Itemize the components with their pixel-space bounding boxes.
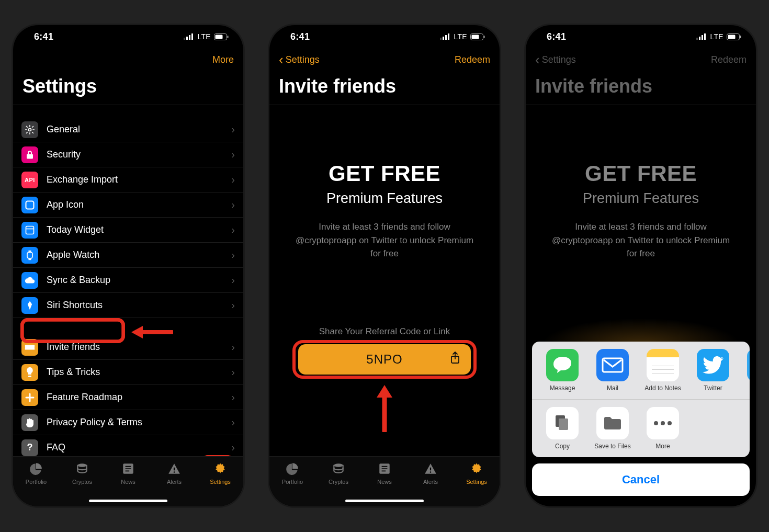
cell-label: Privacy Policy & Terms: [47, 417, 231, 428]
share-action-more[interactable]: More: [638, 407, 688, 450]
tab-news[interactable]: News: [366, 462, 403, 485]
tab-settings[interactable]: Settings: [202, 462, 239, 485]
settings-cell-tips-tricks[interactable]: Tips & Tricks›: [13, 360, 243, 385]
share-app-more-peek[interactable]: [738, 349, 750, 392]
tab-settings[interactable]: Settings: [458, 462, 495, 485]
chevron-right-icon: ›: [231, 391, 235, 403]
chevron-left-icon: ‹: [279, 53, 284, 66]
tab-portfolio[interactable]: Portfolio: [18, 462, 54, 485]
hero-heading: GET FREE: [290, 161, 479, 186]
cell-label: App Icon: [47, 199, 231, 210]
settings-cell-siri-shortcuts[interactable]: Siri Shortcuts›: [13, 293, 243, 318]
tab-portfolio[interactable]: Portfolio: [274, 462, 311, 485]
svg-rect-29: [440, 38, 442, 40]
tab-label: News: [121, 479, 135, 485]
share-app-add-to-notes[interactable]: Add to Notes: [638, 349, 688, 392]
settings-cell-privacy-policy-terms[interactable]: Privacy Policy & Terms›: [13, 410, 243, 435]
hero: GET FREE Premium Features Invite at leas…: [269, 161, 500, 261]
status-network: LTE: [197, 32, 211, 41]
settings-cell-apple-watch[interactable]: Apple Watch›: [13, 243, 243, 268]
redeem-button: Redeem: [711, 54, 747, 65]
svg-rect-52: [728, 35, 736, 39]
pie-icon: [285, 462, 300, 477]
settings-cell-exchange-import[interactable]: APIExchange Import›: [13, 167, 243, 193]
hero-body: Invite at least 3 friends and follow @cr…: [290, 220, 479, 261]
tab-cryptos[interactable]: Cryptos: [320, 462, 357, 485]
chevron-right-icon: ›: [231, 199, 235, 211]
chevron-left-icon: ‹: [535, 53, 540, 66]
stack-icon: [331, 462, 346, 477]
chevron-right-icon: ›: [231, 123, 235, 135]
svg-rect-35: [484, 36, 485, 38]
cell-label: Tips & Tricks: [47, 367, 231, 378]
back-button[interactable]: ‹Settings: [279, 53, 320, 66]
svg-point-57: [654, 421, 658, 425]
nav-bar: ‹Settings Redeem: [526, 48, 756, 71]
cell-label: FAQ: [47, 442, 231, 453]
share-action-label: More: [655, 443, 670, 450]
bulb-icon: [21, 364, 38, 381]
share-app-mail[interactable]: Mail: [587, 349, 638, 392]
svg-point-59: [668, 421, 672, 425]
tab-cryptos[interactable]: Cryptos: [64, 462, 100, 485]
back-button: ‹Settings: [535, 53, 576, 66]
alert-icon: [423, 462, 438, 477]
settings-cell-today-widget[interactable]: Today Widget›: [13, 218, 243, 243]
share-app-label: Message: [550, 384, 575, 392]
status-time: 6:41: [34, 31, 53, 42]
svg-marker-15: [28, 301, 32, 310]
pie-icon: [29, 462, 43, 477]
cell-label: Today Widget: [47, 224, 231, 235]
plus-icon: [21, 389, 38, 406]
phone-share-sheet: 6:41 LTE ‹Settings Redeem Invite friends…: [526, 25, 756, 506]
svg-rect-12: [27, 252, 32, 258]
tab-alerts[interactable]: Alerts: [412, 462, 449, 485]
watch-icon: [21, 247, 38, 264]
annotation-highlight-invite: [20, 318, 125, 343]
status-bar: 6:41 LTE: [269, 25, 500, 48]
settings-cell-feature-roadmap[interactable]: Feature Roadmap›: [13, 385, 243, 410]
share-app-message[interactable]: Message: [537, 349, 587, 392]
svg-rect-48: [699, 37, 700, 40]
battery-icon: [214, 33, 229, 40]
svg-rect-5: [216, 35, 223, 39]
home-indicator: [89, 500, 167, 502]
cancel-button[interactable]: Cancel: [532, 463, 750, 496]
svg-marker-20: [131, 326, 143, 338]
more-button[interactable]: More: [212, 54, 234, 65]
annotation-arrow-left: [131, 324, 173, 340]
redeem-button[interactable]: Redeem: [455, 54, 490, 65]
phone-invite: 6:41 LTE ‹Settings Redeem Invite friends…: [269, 25, 500, 506]
tab-news[interactable]: News: [110, 462, 146, 485]
stack-icon: [75, 462, 89, 477]
svg-rect-53: [740, 36, 741, 38]
gear-icon: [213, 462, 228, 477]
svg-rect-47: [696, 38, 698, 40]
cell-label: Siri Shortcuts: [47, 300, 231, 311]
share-action-save-to-files[interactable]: Save to Files: [587, 407, 638, 450]
settings-cell-app-icon[interactable]: App Icon›: [13, 193, 243, 218]
appicon-icon: [21, 197, 38, 213]
settings-cell-security[interactable]: Security›: [13, 142, 243, 167]
tab-alerts[interactable]: Alerts: [156, 462, 193, 485]
tab-bar: PortfolioCryptosNewsAlertsSettings: [269, 456, 500, 506]
svg-rect-13: [29, 250, 31, 252]
tab-label: News: [377, 479, 392, 485]
svg-point-58: [661, 421, 665, 425]
cell-label: Exchange Import: [47, 174, 231, 185]
share-action-copy[interactable]: Copy: [537, 407, 587, 450]
signal-icon: [440, 33, 450, 40]
status-time: 6:41: [547, 31, 566, 42]
status-time: 6:41: [290, 31, 310, 42]
svg-rect-54: [603, 358, 623, 372]
settings-cell-general[interactable]: General›: [13, 117, 243, 142]
settings-cell-faq[interactable]: ?FAQ›: [13, 435, 243, 456]
share-app-twitter[interactable]: Twitter: [688, 349, 738, 392]
svg-rect-2: [189, 35, 190, 40]
annotation-highlight-code: [292, 340, 477, 379]
settings-cell-sync-backup[interactable]: Sync & Backup›: [13, 268, 243, 293]
share-label: Share Your Referral Code or Link: [269, 326, 500, 337]
svg-rect-10: [26, 226, 34, 234]
svg-rect-3: [191, 33, 193, 40]
svg-rect-50: [704, 33, 706, 40]
